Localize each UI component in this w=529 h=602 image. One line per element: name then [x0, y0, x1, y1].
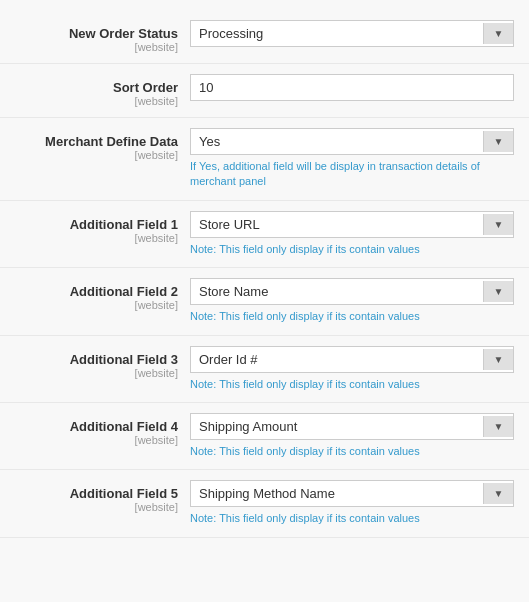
field-scope-additional-field-2: [website]: [15, 299, 178, 311]
input-col-sort-order: [190, 74, 514, 101]
input-col-additional-field-4: Shipping Amount▼Note: This field only di…: [190, 413, 514, 459]
select-additional-field-1[interactable]: Store URL▼: [190, 211, 514, 238]
chevron-down-icon-additional-field-4[interactable]: ▼: [483, 416, 513, 437]
field-scope-additional-field-1: [website]: [15, 232, 178, 244]
select-additional-field-5[interactable]: Shipping Method Name▼: [190, 480, 514, 507]
form-row-sort-order: Sort Order[website]: [0, 64, 529, 118]
input-col-additional-field-2: Store Name▼Note: This field only display…: [190, 278, 514, 324]
field-label-additional-field-2: Additional Field 2: [15, 284, 178, 299]
chevron-down-icon-additional-field-1[interactable]: ▼: [483, 214, 513, 235]
hint-additional-field-4: Note: This field only display if its con…: [190, 444, 514, 459]
label-col-new-order-status: New Order Status[website]: [15, 20, 190, 53]
chevron-down-icon-merchant-define-data[interactable]: ▼: [483, 131, 513, 152]
text-input-sort-order[interactable]: [190, 74, 514, 101]
chevron-down-icon-additional-field-5[interactable]: ▼: [483, 483, 513, 504]
settings-form: New Order Status[website]Processing▼Sort…: [0, 0, 529, 548]
form-row-additional-field-1: Additional Field 1[website]Store URL▼Not…: [0, 201, 529, 268]
form-row-additional-field-5: Additional Field 5[website]Shipping Meth…: [0, 470, 529, 537]
field-scope-additional-field-4: [website]: [15, 434, 178, 446]
select-additional-field-2[interactable]: Store Name▼: [190, 278, 514, 305]
field-label-merchant-define-data: Merchant Define Data: [15, 134, 178, 149]
chevron-down-icon-new-order-status[interactable]: ▼: [483, 23, 513, 44]
field-scope-additional-field-5: [website]: [15, 501, 178, 513]
field-label-new-order-status: New Order Status: [15, 26, 178, 41]
label-col-additional-field-1: Additional Field 1[website]: [15, 211, 190, 244]
label-col-additional-field-4: Additional Field 4[website]: [15, 413, 190, 446]
label-col-merchant-define-data: Merchant Define Data[website]: [15, 128, 190, 161]
form-row-additional-field-2: Additional Field 2[website]Store Name▼No…: [0, 268, 529, 335]
field-scope-new-order-status: [website]: [15, 41, 178, 53]
label-col-sort-order: Sort Order[website]: [15, 74, 190, 107]
select-additional-field-3[interactable]: Order Id #▼: [190, 346, 514, 373]
select-value-additional-field-1: Store URL: [191, 212, 483, 237]
field-scope-sort-order: [website]: [15, 95, 178, 107]
field-scope-additional-field-3: [website]: [15, 367, 178, 379]
select-value-additional-field-3: Order Id #: [191, 347, 483, 372]
select-value-new-order-status: Processing: [191, 21, 483, 46]
form-row-new-order-status: New Order Status[website]Processing▼: [0, 10, 529, 64]
field-label-sort-order: Sort Order: [15, 80, 178, 95]
field-label-additional-field-3: Additional Field 3: [15, 352, 178, 367]
label-col-additional-field-3: Additional Field 3[website]: [15, 346, 190, 379]
hint-additional-field-5: Note: This field only display if its con…: [190, 511, 514, 526]
hint-additional-field-3: Note: This field only display if its con…: [190, 377, 514, 392]
select-value-merchant-define-data: Yes: [191, 129, 483, 154]
hint-merchant-define-data: If Yes, additional field will be display…: [190, 159, 514, 190]
form-row-additional-field-3: Additional Field 3[website]Order Id #▼No…: [0, 336, 529, 403]
label-col-additional-field-5: Additional Field 5[website]: [15, 480, 190, 513]
form-row-merchant-define-data: Merchant Define Data[website]Yes▼If Yes,…: [0, 118, 529, 201]
select-merchant-define-data[interactable]: Yes▼: [190, 128, 514, 155]
hint-additional-field-1: Note: This field only display if its con…: [190, 242, 514, 257]
label-col-additional-field-2: Additional Field 2[website]: [15, 278, 190, 311]
input-col-merchant-define-data: Yes▼If Yes, additional field will be dis…: [190, 128, 514, 190]
field-label-additional-field-5: Additional Field 5: [15, 486, 178, 501]
input-col-additional-field-3: Order Id #▼Note: This field only display…: [190, 346, 514, 392]
select-value-additional-field-4: Shipping Amount: [191, 414, 483, 439]
input-col-additional-field-5: Shipping Method Name▼Note: This field on…: [190, 480, 514, 526]
select-new-order-status[interactable]: Processing▼: [190, 20, 514, 47]
chevron-down-icon-additional-field-3[interactable]: ▼: [483, 349, 513, 370]
select-value-additional-field-2: Store Name: [191, 279, 483, 304]
field-label-additional-field-4: Additional Field 4: [15, 419, 178, 434]
input-col-additional-field-1: Store URL▼Note: This field only display …: [190, 211, 514, 257]
input-col-new-order-status: Processing▼: [190, 20, 514, 47]
select-value-additional-field-5: Shipping Method Name: [191, 481, 483, 506]
chevron-down-icon-additional-field-2[interactable]: ▼: [483, 281, 513, 302]
select-additional-field-4[interactable]: Shipping Amount▼: [190, 413, 514, 440]
form-row-additional-field-4: Additional Field 4[website]Shipping Amou…: [0, 403, 529, 470]
hint-additional-field-2: Note: This field only display if its con…: [190, 309, 514, 324]
field-scope-merchant-define-data: [website]: [15, 149, 178, 161]
field-label-additional-field-1: Additional Field 1: [15, 217, 178, 232]
